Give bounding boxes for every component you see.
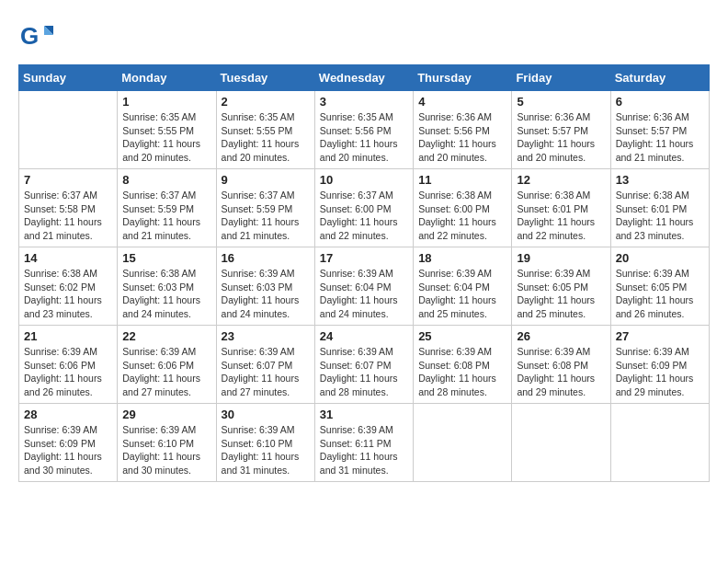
day-info: Sunrise: 6:39 AM Sunset: 6:06 PM Dayligh… bbox=[122, 345, 210, 399]
weekday-header-tuesday: Tuesday bbox=[216, 65, 314, 91]
day-info: Sunrise: 6:39 AM Sunset: 6:08 PM Dayligh… bbox=[418, 345, 506, 399]
weekday-header-thursday: Thursday bbox=[414, 65, 512, 91]
day-info: Sunrise: 6:39 AM Sunset: 6:04 PM Dayligh… bbox=[320, 267, 408, 321]
calendar-cell: 24Sunrise: 6:39 AM Sunset: 6:07 PM Dayli… bbox=[314, 326, 413, 404]
calendar-cell: 4Sunrise: 6:36 AM Sunset: 5:56 PM Daylig… bbox=[414, 91, 512, 169]
day-number: 28 bbox=[24, 408, 112, 421]
header: G bbox=[18, 18, 710, 55]
day-number: 2 bbox=[222, 95, 310, 109]
calendar-cell: 20Sunrise: 6:39 AM Sunset: 6:05 PM Dayli… bbox=[610, 247, 709, 326]
day-number: 26 bbox=[517, 329, 605, 343]
day-number: 1 bbox=[122, 95, 210, 109]
day-info: Sunrise: 6:39 AM Sunset: 6:06 PM Dayligh… bbox=[24, 345, 112, 399]
day-info: Sunrise: 6:39 AM Sunset: 6:10 PM Dayligh… bbox=[122, 423, 210, 477]
day-number: 22 bbox=[122, 329, 210, 343]
weekday-header-friday: Friday bbox=[512, 65, 610, 91]
calendar-cell: 31Sunrise: 6:39 AM Sunset: 6:11 PM Dayli… bbox=[314, 404, 413, 482]
weekday-header-wednesday: Wednesday bbox=[314, 65, 413, 91]
day-info: Sunrise: 6:39 AM Sunset: 6:09 PM Dayligh… bbox=[24, 423, 112, 477]
calendar-cell: 1Sunrise: 6:35 AM Sunset: 5:55 PM Daylig… bbox=[118, 91, 216, 169]
day-info: Sunrise: 6:39 AM Sunset: 6:11 PM Dayligh… bbox=[320, 423, 408, 477]
weekday-header-sunday: Sunday bbox=[19, 65, 118, 91]
calendar-table: SundayMondayTuesdayWednesdayThursdayFrid… bbox=[18, 64, 710, 482]
calendar-cell: 28Sunrise: 6:39 AM Sunset: 6:09 PM Dayli… bbox=[19, 404, 118, 482]
day-info: Sunrise: 6:35 AM Sunset: 5:55 PM Dayligh… bbox=[122, 110, 210, 165]
day-number: 10 bbox=[320, 173, 408, 187]
calendar-cell: 22Sunrise: 6:39 AM Sunset: 6:06 PM Dayli… bbox=[118, 326, 216, 404]
calendar-week-row: 14Sunrise: 6:38 AM Sunset: 6:02 PM Dayli… bbox=[19, 247, 710, 326]
day-number: 16 bbox=[222, 251, 310, 265]
day-number: 15 bbox=[122, 251, 210, 265]
day-number: 27 bbox=[616, 329, 704, 343]
weekday-header-monday: Monday bbox=[118, 65, 216, 91]
day-info: Sunrise: 6:38 AM Sunset: 6:01 PM Dayligh… bbox=[616, 189, 704, 243]
calendar-cell: 18Sunrise: 6:39 AM Sunset: 6:04 PM Dayli… bbox=[414, 247, 512, 326]
day-info: Sunrise: 6:38 AM Sunset: 6:00 PM Dayligh… bbox=[418, 189, 506, 243]
day-number: 21 bbox=[24, 329, 112, 343]
day-number: 8 bbox=[122, 173, 210, 187]
weekday-header-saturday: Saturday bbox=[610, 65, 709, 91]
day-number: 5 bbox=[517, 95, 605, 109]
calendar-cell bbox=[512, 404, 610, 482]
day-number: 19 bbox=[517, 251, 605, 265]
calendar-cell: 12Sunrise: 6:38 AM Sunset: 6:01 PM Dayli… bbox=[512, 169, 610, 247]
day-info: Sunrise: 6:38 AM Sunset: 6:02 PM Dayligh… bbox=[24, 267, 112, 321]
day-info: Sunrise: 6:35 AM Sunset: 5:56 PM Dayligh… bbox=[320, 110, 408, 165]
day-info: Sunrise: 6:39 AM Sunset: 6:05 PM Dayligh… bbox=[616, 267, 704, 321]
svg-text:G: G bbox=[20, 22, 39, 50]
day-number: 11 bbox=[418, 173, 506, 187]
day-number: 31 bbox=[320, 408, 408, 421]
calendar-cell: 25Sunrise: 6:39 AM Sunset: 6:08 PM Dayli… bbox=[414, 326, 512, 404]
calendar-cell: 11Sunrise: 6:38 AM Sunset: 6:00 PM Dayli… bbox=[414, 169, 512, 247]
calendar-week-row: 28Sunrise: 6:39 AM Sunset: 6:09 PM Dayli… bbox=[19, 404, 710, 482]
day-info: Sunrise: 6:36 AM Sunset: 5:56 PM Dayligh… bbox=[418, 110, 506, 165]
day-info: Sunrise: 6:39 AM Sunset: 6:03 PM Dayligh… bbox=[222, 267, 310, 321]
calendar-cell: 27Sunrise: 6:39 AM Sunset: 6:09 PM Dayli… bbox=[610, 326, 709, 404]
calendar-cell: 5Sunrise: 6:36 AM Sunset: 5:57 PM Daylig… bbox=[512, 91, 610, 169]
logo-icon: G bbox=[18, 18, 55, 55]
day-number: 17 bbox=[320, 251, 408, 265]
day-number: 20 bbox=[616, 251, 704, 265]
day-number: 24 bbox=[320, 329, 408, 343]
day-number: 3 bbox=[320, 95, 408, 109]
calendar-cell: 6Sunrise: 6:36 AM Sunset: 5:57 PM Daylig… bbox=[610, 91, 709, 169]
day-info: Sunrise: 6:37 AM Sunset: 5:58 PM Dayligh… bbox=[24, 189, 112, 243]
calendar-cell: 21Sunrise: 6:39 AM Sunset: 6:06 PM Dayli… bbox=[19, 326, 118, 404]
day-number: 9 bbox=[222, 173, 310, 187]
day-info: Sunrise: 6:37 AM Sunset: 6:00 PM Dayligh… bbox=[320, 189, 408, 243]
day-number: 7 bbox=[24, 173, 112, 187]
logo: G bbox=[18, 18, 59, 55]
day-number: 12 bbox=[517, 173, 605, 187]
day-info: Sunrise: 6:38 AM Sunset: 6:01 PM Dayligh… bbox=[517, 189, 605, 243]
day-number: 13 bbox=[616, 173, 704, 187]
day-info: Sunrise: 6:39 AM Sunset: 6:05 PM Dayligh… bbox=[517, 267, 605, 321]
calendar-week-row: 1Sunrise: 6:35 AM Sunset: 5:55 PM Daylig… bbox=[19, 91, 710, 169]
day-number: 29 bbox=[122, 408, 210, 421]
day-number: 25 bbox=[418, 329, 506, 343]
calendar-cell: 8Sunrise: 6:37 AM Sunset: 5:59 PM Daylig… bbox=[118, 169, 216, 247]
calendar-cell bbox=[610, 404, 709, 482]
calendar-cell: 29Sunrise: 6:39 AM Sunset: 6:10 PM Dayli… bbox=[118, 404, 216, 482]
calendar-cell bbox=[414, 404, 512, 482]
day-info: Sunrise: 6:38 AM Sunset: 6:03 PM Dayligh… bbox=[122, 267, 210, 321]
calendar-cell: 3Sunrise: 6:35 AM Sunset: 5:56 PM Daylig… bbox=[314, 91, 413, 169]
day-number: 30 bbox=[222, 408, 310, 421]
day-number: 14 bbox=[24, 251, 112, 265]
day-info: Sunrise: 6:37 AM Sunset: 5:59 PM Dayligh… bbox=[122, 189, 210, 243]
day-info: Sunrise: 6:39 AM Sunset: 6:08 PM Dayligh… bbox=[517, 345, 605, 399]
calendar-cell: 23Sunrise: 6:39 AM Sunset: 6:07 PM Dayli… bbox=[216, 326, 314, 404]
calendar-cell: 17Sunrise: 6:39 AM Sunset: 6:04 PM Dayli… bbox=[314, 247, 413, 326]
day-info: Sunrise: 6:36 AM Sunset: 5:57 PM Dayligh… bbox=[616, 110, 704, 165]
calendar-week-row: 7Sunrise: 6:37 AM Sunset: 5:58 PM Daylig… bbox=[19, 169, 710, 247]
calendar-cell: 26Sunrise: 6:39 AM Sunset: 6:08 PM Dayli… bbox=[512, 326, 610, 404]
day-info: Sunrise: 6:37 AM Sunset: 5:59 PM Dayligh… bbox=[222, 189, 310, 243]
day-info: Sunrise: 6:35 AM Sunset: 5:55 PM Dayligh… bbox=[222, 110, 310, 165]
weekday-header-row: SundayMondayTuesdayWednesdayThursdayFrid… bbox=[19, 65, 710, 91]
calendar-cell: 30Sunrise: 6:39 AM Sunset: 6:10 PM Dayli… bbox=[216, 404, 314, 482]
day-info: Sunrise: 6:39 AM Sunset: 6:09 PM Dayligh… bbox=[616, 345, 704, 399]
day-number: 4 bbox=[418, 95, 506, 109]
day-info: Sunrise: 6:39 AM Sunset: 6:04 PM Dayligh… bbox=[418, 267, 506, 321]
day-number: 6 bbox=[616, 95, 704, 109]
calendar-cell: 15Sunrise: 6:38 AM Sunset: 6:03 PM Dayli… bbox=[118, 247, 216, 326]
day-info: Sunrise: 6:36 AM Sunset: 5:57 PM Dayligh… bbox=[517, 110, 605, 165]
